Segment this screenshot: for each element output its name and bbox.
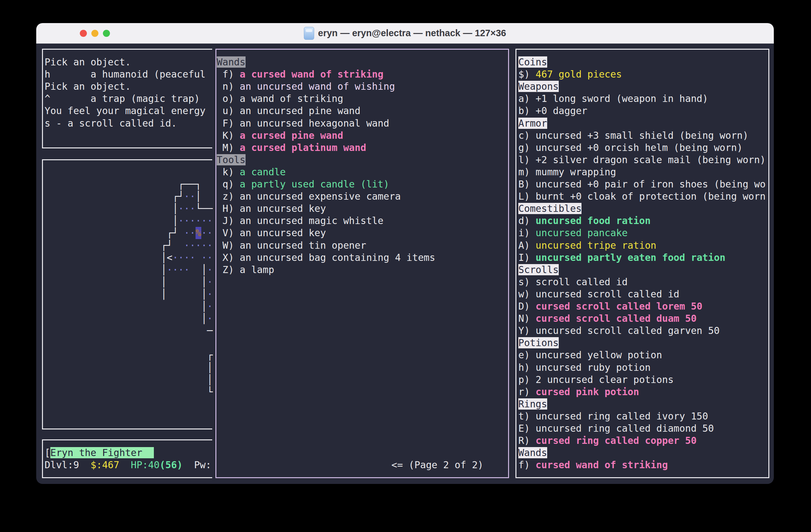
text-segment: [119, 459, 131, 470]
inventory-menu-page2: Wands f) a cursed wand of striking n) an…: [215, 49, 509, 478]
map-empty: [196, 325, 201, 336]
text-segment: an uncursed bag containing 4 items: [240, 252, 435, 263]
zoom-button[interactable]: [103, 30, 110, 37]
inventory-pane: Coins$) 467 gold piecesWeaponsa) +1 long…: [516, 49, 769, 478]
floor-dot: ·: [207, 252, 213, 263]
text-segment: an uncursed magic whistle: [240, 215, 383, 226]
text-segment: Z): [217, 264, 240, 275]
text-segment: t) uncursed ring called ivory 150: [518, 410, 708, 422]
map-empty: [201, 337, 207, 348]
map-empty: [167, 215, 172, 226]
map-empty: [178, 288, 184, 300]
menu-item[interactable]: f) a cursed wand of striking: [217, 68, 383, 80]
text-segment: cursed scroll called lorem 50: [536, 301, 702, 312]
menu-item[interactable]: o) a wand of striking: [217, 93, 343, 105]
text-segment: m) mummy wrapping: [518, 166, 616, 177]
window-title-group: eryn — eryn@electra — nethack — 127×36: [304, 27, 506, 40]
wall: │: [161, 288, 167, 300]
map-empty: [196, 337, 201, 348]
menu-item[interactable]: z) an uncursed expensive camera: [217, 190, 401, 203]
status-bracket: [: [45, 447, 50, 458]
text-segment: an uncursed key: [240, 203, 326, 214]
map-empty: [172, 349, 178, 361]
menu-item[interactable]: X) an uncursed bag containing 4 items: [217, 252, 435, 264]
floor-dot: ·: [184, 264, 190, 275]
menu-item[interactable]: q) a partly used candle (lit): [217, 178, 389, 190]
floor-dot: ·: [207, 288, 213, 300]
close-button[interactable]: [80, 30, 87, 37]
menu-item[interactable]: V) an uncursed key: [217, 227, 326, 239]
map-empty: [167, 362, 172, 373]
map-empty: [172, 240, 178, 251]
menu-item[interactable]: F) an uncursed hexagonal wand: [217, 117, 389, 129]
map-row: ┌──┐: [161, 178, 213, 190]
inventory-line: Scrolls: [518, 264, 559, 276]
map-empty: [172, 362, 178, 373]
floor-dot: ·: [207, 227, 213, 238]
menu-item[interactable]: K) a cursed pine wand: [217, 129, 343, 142]
text-segment: f): [217, 68, 240, 80]
wall: │: [201, 276, 207, 287]
text-segment: b) +0 dagger: [518, 105, 587, 116]
menu-item[interactable]: n) an uncursed wand of wishing: [217, 80, 395, 93]
map-empty: [161, 191, 167, 202]
map-empty: [172, 374, 178, 385]
map-empty: [167, 203, 172, 214]
map-row: │···└──: [161, 203, 213, 215]
category-header: Comestibles: [518, 203, 581, 214]
inventory-line: i) uncursed pancake: [518, 227, 628, 239]
menu-item[interactable]: Tools: [217, 154, 246, 166]
text-segment: $): [518, 68, 536, 80]
floor-dot: ·: [184, 252, 190, 263]
inventory-line: L) burnt +0 cloak of protection (being w…: [518, 190, 765, 203]
menu-item[interactable]: J) an uncursed magic whistle: [217, 215, 383, 227]
text-segment: B) uncursed +0 pair of iron shoes (being…: [518, 178, 765, 190]
wall: ┐: [196, 178, 201, 190]
map-window: ┌──┐ ┌┘··│ │···└── │······ ┌┘ ··%··┌┘ ··…: [42, 159, 212, 429]
menu-item[interactable]: Wands: [217, 56, 246, 68]
menu-item[interactable]: k) a candle: [217, 166, 286, 178]
text-segment: w) uncursed scroll called id: [518, 288, 679, 300]
inventory-line: s) scroll called id: [518, 276, 628, 288]
text-segment: uncursed tripe ration: [536, 240, 657, 251]
message-line: h a humanoid (peaceful: [45, 68, 205, 80]
wall: ┘: [172, 227, 178, 238]
map-row: └: [161, 386, 213, 398]
menu-item[interactable]: Z) a lamp: [217, 264, 274, 276]
text-segment: a candle: [240, 166, 286, 177]
inventory-line: w) uncursed scroll called id: [518, 288, 679, 300]
minimize-button[interactable]: [91, 30, 98, 37]
menu-item[interactable]: M) a cursed platinum wand: [217, 142, 366, 154]
map-empty: [161, 215, 167, 226]
title-bar[interactable]: eryn — eryn@electra — nethack — 127×36: [36, 23, 774, 44]
text-segment: cursed ring called copper 50: [536, 435, 697, 446]
category-header: Wands: [518, 447, 547, 458]
wall: │: [207, 362, 213, 373]
status-stats-line: Dlvl:9 $:467 HP:40(56) Pw:: [45, 459, 211, 471]
map-empty: [161, 178, 167, 190]
text-segment: I): [518, 252, 536, 263]
floor-dot: ·: [196, 215, 201, 226]
map-empty: [178, 362, 184, 373]
text-segment: uncursed food ration: [536, 215, 651, 226]
inventory-line: D) cursed scroll called lorem 50: [518, 300, 702, 312]
map-empty: [172, 178, 178, 190]
menu-item[interactable]: W) an uncursed tin opener: [217, 239, 366, 252]
status-window: [Eryn the Fighter Dlvl:9 $:467 HP:40(56)…: [42, 439, 212, 478]
terminal-window[interactable]: eryn — eryn@electra — nethack — 127×36 P…: [36, 23, 774, 484]
wall: ─: [190, 178, 196, 190]
text-segment: a cursed pine wand: [240, 130, 343, 141]
map-row: ─: [161, 325, 213, 337]
text-segment: an uncursed wand of wishing: [240, 81, 395, 92]
menu-item[interactable]: H) an uncursed key: [217, 203, 326, 215]
floor-dot: ·: [190, 191, 196, 202]
wall: │: [201, 301, 207, 312]
menu-item[interactable]: u) an uncursed pine wand: [217, 105, 361, 117]
inventory-line: e) uncursed yellow potion: [518, 349, 662, 361]
map-empty: [201, 178, 207, 190]
text-segment: F): [217, 118, 240, 129]
floor-dot: ·: [184, 215, 190, 226]
inventory-line: Potions: [518, 337, 559, 349]
text-segment: L) burnt +0 cloak of protection (being w…: [518, 191, 765, 202]
floor-dot: ·: [190, 240, 196, 251]
